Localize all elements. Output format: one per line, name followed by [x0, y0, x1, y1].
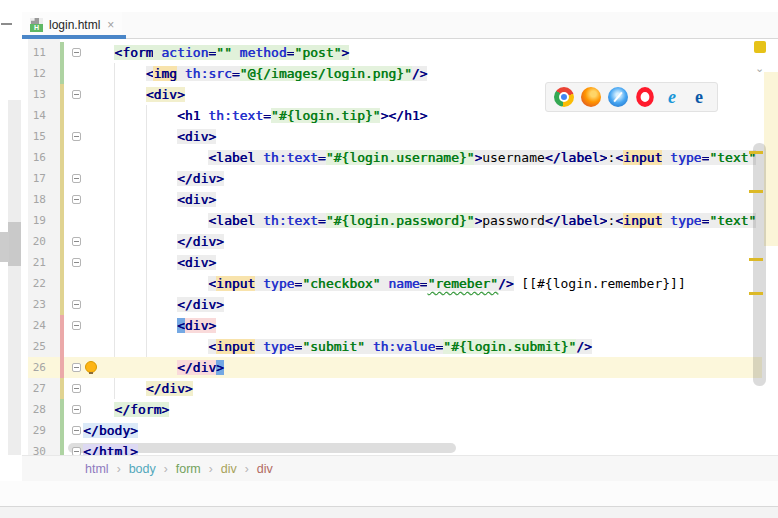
fold-marker-icon[interactable] — [72, 426, 81, 435]
warning-stripe-mark[interactable] — [749, 292, 763, 295]
window-top-strip — [0, 0, 778, 12]
warning-stripe-mark[interactable] — [749, 258, 763, 261]
code-token: </div> — [177, 234, 224, 249]
fold-marker-icon[interactable] — [72, 363, 81, 372]
vertical-scrollbar-thumb[interactable] — [753, 143, 766, 386]
code-line-16[interactable]: 16 <label th:text="#{login.username}">us… — [28, 147, 762, 168]
line-number: 29 — [28, 420, 46, 441]
breadcrumb-item-html-0[interactable]: html — [85, 462, 109, 476]
fold-marker-icon[interactable] — [72, 321, 81, 330]
code-text: <label th:text="#{login.password}">passw… — [83, 210, 756, 231]
breadcrumb-separator-icon: › — [245, 462, 249, 476]
code-token: <label — [208, 150, 255, 165]
breadcrumb-item-div-4[interactable]: div — [257, 462, 273, 476]
code-text: </form> — [83, 399, 169, 420]
code-token: "#{login.tip}" — [271, 108, 381, 123]
code-line-11[interactable]: 11 <form action="" method="post"> — [28, 42, 762, 63]
fold-marker-icon[interactable] — [72, 48, 81, 57]
tab-close-icon[interactable]: × — [107, 19, 114, 31]
line-number: 22 — [28, 273, 46, 294]
code-text: <div> — [83, 315, 216, 336]
code-token: password — [482, 213, 545, 228]
html-file-icon — [30, 18, 43, 32]
safari-browser-icon[interactable] — [608, 87, 628, 107]
code-token: th:text — [263, 213, 318, 228]
line-number: 23 — [28, 294, 46, 315]
chrome-browser-icon[interactable] — [554, 87, 574, 107]
code-token: action — [161, 45, 208, 60]
warning-stripe-mark[interactable] — [749, 190, 763, 193]
breadcrumb-item-form-2[interactable]: form — [176, 462, 201, 476]
code-line-18[interactable]: 18 <div> — [28, 189, 762, 210]
code-text: <label th:text="#{login.username}">usern… — [83, 147, 756, 168]
code-line-12[interactable]: 12 <img th:src="@{/images/login.png}"/> — [28, 63, 762, 84]
code-text: <img th:src="@{/images/login.png}"/> — [83, 63, 427, 84]
code-line-24[interactable]: 24 <div> — [28, 315, 762, 336]
code-token: < — [615, 213, 623, 228]
tab-label: login.html — [49, 18, 100, 32]
code-line-23[interactable]: 23 </div> — [28, 294, 762, 315]
fold-marker-icon[interactable] — [72, 90, 81, 99]
left-panel-scrollbar-thumb[interactable] — [8, 222, 21, 266]
code-token: input — [216, 276, 255, 291]
code-line-28[interactable]: 28 </form> — [28, 399, 762, 420]
code-token: = — [232, 66, 240, 81]
code-token: /> — [576, 339, 592, 354]
code-line-17[interactable]: 17 </div> — [28, 168, 762, 189]
code-line-21[interactable]: 21 <div> — [28, 252, 762, 273]
code-line-25[interactable]: 25 <input type="submit" th:value="#{logi… — [28, 336, 762, 357]
fold-marker-icon[interactable] — [72, 405, 81, 414]
warning-stripe-mark[interactable] — [749, 151, 763, 154]
opera-browser-icon[interactable] — [636, 87, 654, 107]
vcs-change-marker — [60, 252, 64, 273]
inspection-status-icon[interactable] — [754, 41, 766, 53]
code-token: = — [208, 45, 216, 60]
code-token — [255, 276, 263, 291]
code-token: "remeber" — [427, 276, 497, 291]
code-line-26[interactable]: 26 </div> — [28, 357, 762, 378]
code-token: name — [388, 276, 419, 291]
code-text: </body> — [83, 420, 138, 441]
chevron-down-icon[interactable]: ⌄ — [755, 63, 765, 73]
code-line-20[interactable]: 20 </div> — [28, 231, 762, 252]
code-token: th:src — [185, 66, 232, 81]
bottom-spacer — [0, 481, 778, 506]
code-text: <div> — [83, 189, 216, 210]
code-token: "#{login.submit}" — [443, 339, 576, 354]
divider-dash-icon — [1, 23, 12, 25]
fold-marker-icon[interactable] — [72, 237, 81, 246]
code-line-29[interactable]: 29</body> — [28, 420, 762, 441]
code-token: input — [623, 213, 662, 228]
code-line-19[interactable]: 19 <label th:text="#{login.password}">pa… — [28, 210, 762, 231]
fold-marker-icon[interactable] — [72, 132, 81, 141]
fold-marker-icon[interactable] — [72, 258, 81, 267]
code-token: </div — [177, 360, 216, 375]
ie-browser-icon[interactable]: e — [662, 87, 682, 107]
vcs-change-marker — [60, 315, 64, 336]
code-token: type — [670, 150, 701, 165]
line-number: 14 — [28, 105, 46, 126]
code-text: </div> — [83, 231, 224, 252]
breadcrumb-item-div-3[interactable]: div — [221, 462, 237, 476]
code-token: img — [153, 66, 176, 81]
code-line-22[interactable]: 22 <input type="checkbox" name="remeber"… — [28, 273, 762, 294]
line-number: 11 — [28, 42, 46, 63]
editor-tab-bar: login.html × — [22, 12, 778, 39]
fold-marker-icon[interactable] — [72, 195, 81, 204]
fold-marker-icon[interactable] — [72, 174, 81, 183]
fold-marker-icon[interactable] — [72, 384, 81, 393]
code-line-30[interactable]: 30</html> — [28, 441, 762, 455]
code-line-15[interactable]: 15 <div> — [28, 126, 762, 147]
line-number: 13 — [28, 84, 46, 105]
line-number: 15 — [28, 126, 46, 147]
vcs-change-marker — [60, 231, 64, 252]
code-token — [232, 45, 240, 60]
vcs-change-marker — [60, 273, 64, 294]
code-text: </div> — [83, 357, 224, 378]
code-line-27[interactable]: 27 </div> — [28, 378, 762, 399]
fold-marker-icon[interactable] — [72, 300, 81, 309]
breadcrumb-item-body-1[interactable]: body — [129, 462, 156, 476]
fold-marker-icon[interactable] — [72, 447, 81, 455]
firefox-browser-icon[interactable] — [581, 87, 601, 107]
edge-browser-icon[interactable]: e — [689, 87, 709, 107]
